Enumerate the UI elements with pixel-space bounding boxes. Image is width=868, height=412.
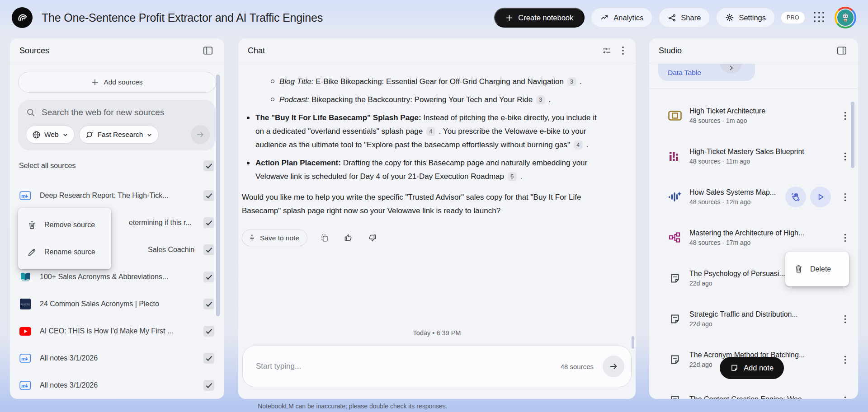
citation-chip[interactable]: 5: [508, 172, 517, 181]
studio-item-menu-icon[interactable]: [840, 150, 850, 163]
studio-item-meta: 48 sources · 11m ago: [689, 158, 833, 165]
studio-item-menu-icon[interactable]: [840, 354, 850, 366]
source-title: etermining if this r...: [129, 219, 195, 227]
studio-output-chip-row: Data Table: [649, 64, 858, 83]
web-search-card: Search the web for new sources Web Fast …: [18, 100, 216, 150]
chat-input[interactable]: Start typing...: [256, 362, 561, 371]
chat-settings-icon[interactable]: [600, 44, 613, 57]
citation-chip[interactable]: 4: [426, 127, 435, 136]
globe-icon: [32, 131, 41, 139]
add-sources-button[interactable]: Add sources: [18, 72, 216, 93]
studio-item-menu-icon[interactable]: [840, 313, 850, 325]
studio-item-menu-icon[interactable]: [840, 191, 850, 203]
user-avatar[interactable]: [835, 7, 856, 28]
remove-source-menu-item[interactable]: Remove source: [18, 211, 111, 239]
source-title: All notes 3/1/2026: [40, 381, 195, 389]
chevron-down-icon: [62, 132, 68, 138]
pin-icon: [248, 234, 256, 242]
source-checkbox[interactable]: [203, 272, 214, 282]
notebook-title[interactable]: The One-Sentence Profit Extractor and AI…: [42, 11, 323, 24]
note-icon: [730, 364, 739, 372]
studio-item[interactable]: How Sales Systems Map...48 sources · 12m…: [649, 177, 858, 217]
message-bullet: Podcast: Bikepacking the Backcountry: Po…: [242, 93, 604, 107]
collapse-sources-panel-icon[interactable]: [201, 44, 215, 57]
avatar-robot-image: [836, 9, 854, 27]
play-audio-button[interactable]: [810, 187, 831, 207]
source-checkbox[interactable]: [203, 380, 214, 391]
source-checkbox[interactable]: [203, 299, 214, 309]
search-input[interactable]: Search the web for new sources: [42, 108, 164, 117]
studio-item-menu-icon[interactable]: [840, 394, 850, 399]
settings-button[interactable]: Settings: [716, 8, 775, 28]
analytics-button[interactable]: Analytics: [591, 8, 652, 28]
studio-item-menu-icon[interactable]: [840, 110, 850, 122]
chat-scrollbar[interactable]: [632, 336, 634, 349]
studio-item[interactable]: High-Ticket Mastery Sales Blueprint48 so…: [649, 136, 858, 177]
select-all-checkbox[interactable]: [203, 160, 214, 171]
svg-text:m: m: [21, 193, 26, 199]
collapse-studio-panel-icon[interactable]: [835, 44, 849, 57]
frame-icon: [668, 111, 682, 121]
message-bullet: Blog Title: E-Bike Bikepacking: Essentia…: [242, 75, 604, 89]
source-checkbox[interactable]: [203, 190, 214, 201]
source-row[interactable]: mAll notes 3/1/2026: [18, 345, 216, 372]
chat-more-options-icon[interactable]: [620, 44, 626, 57]
source-checkbox[interactable]: [203, 217, 214, 228]
source-checkbox[interactable]: [203, 244, 214, 255]
source-checkbox[interactable]: [203, 326, 214, 337]
studio-item[interactable]: Strategic Traffic and Distribution...22d…: [649, 299, 858, 339]
studio-item-meta: 48 sources · 1m ago: [689, 117, 833, 124]
source-row[interactable]: PLECTO24 Common Sales Acronyms | Plecto: [18, 290, 216, 318]
interactive-mode-button[interactable]: [785, 187, 806, 207]
studio-item-title: High Ticket Architecture: [689, 107, 833, 115]
citation-chip[interactable]: 3: [536, 95, 545, 104]
note-source-icon: m: [19, 353, 32, 363]
search-submit-button[interactable]: [191, 125, 210, 144]
waveform-icon: [668, 191, 682, 203]
studio-item-title: Strategic Traffic and Distribution...: [689, 310, 833, 318]
plus-icon: [505, 14, 513, 22]
chat-input-box: Start typing... 48 sources: [242, 346, 632, 387]
source-row[interactable]: AI CEO: THIS is How I'd Make My First ..…: [18, 318, 216, 345]
apps-grid-icon[interactable]: [814, 12, 826, 23]
rename-source-menu-item[interactable]: Rename source: [18, 239, 111, 266]
sources-panel: Sources Add sources Search the web for n…: [10, 38, 224, 399]
notedoc-icon: [668, 314, 682, 324]
studio-item[interactable]: The Content Creation Engine: Wee...: [649, 380, 858, 399]
add-note-button[interactable]: Add note: [720, 357, 784, 379]
note-source-icon: m: [19, 191, 32, 201]
thumbs-up-icon[interactable]: [342, 231, 355, 244]
citation-chip[interactable]: 3: [567, 77, 576, 86]
trash-icon: [794, 264, 803, 274]
source-row[interactable]: mDeep Research Report: The High-Tick...: [18, 182, 216, 209]
notebooklm-logo-icon[interactable]: [12, 7, 33, 28]
studio-scrollbar[interactable]: [851, 102, 854, 168]
studio-item-title: The Content Creation Engine: Wee...: [689, 395, 833, 399]
save-to-note-button[interactable]: Save to note: [242, 229, 307, 246]
chevron-down-icon: [146, 132, 152, 138]
research-mode-dropdown[interactable]: Fast Research: [79, 126, 159, 144]
svg-text:m: m: [21, 356, 26, 361]
source-title: All notes 3/1/2026: [40, 354, 195, 362]
studio-item-menu-icon[interactable]: [840, 232, 850, 244]
citation-chip[interactable]: 4: [574, 140, 583, 150]
delete-note-menu-item[interactable]: Delete: [785, 252, 849, 286]
studio-item[interactable]: High Ticket Architecture48 sources · 1m …: [649, 95, 858, 136]
send-message-button[interactable]: [603, 356, 624, 377]
studio-item-title: High-Ticket Mastery Sales Blueprint: [689, 148, 833, 156]
chat-panel: Chat Blog Title: E-Bike Bikepacking: Ess…: [238, 38, 636, 399]
source-checkbox[interactable]: [203, 353, 214, 364]
analytics-icon: [600, 13, 609, 22]
web-source-dropdown[interactable]: Web: [26, 126, 75, 144]
thumbs-down-icon[interactable]: [366, 231, 379, 244]
sources-scrollbar[interactable]: [216, 75, 220, 316]
message-bullet: The "Buy It For Life Basecamp" Splash Pa…: [242, 111, 604, 152]
pro-badge: PRO: [781, 12, 805, 23]
studio-item-meta: 22d ago: [689, 320, 833, 328]
create-notebook-button[interactable]: Create notebook: [494, 8, 585, 28]
copy-icon[interactable]: [318, 232, 331, 244]
share-button[interactable]: Share: [659, 8, 710, 28]
note-source-icon: m: [19, 380, 32, 390]
source-row[interactable]: mAll notes 3/1/2026: [18, 372, 216, 399]
share-icon: [668, 14, 676, 22]
